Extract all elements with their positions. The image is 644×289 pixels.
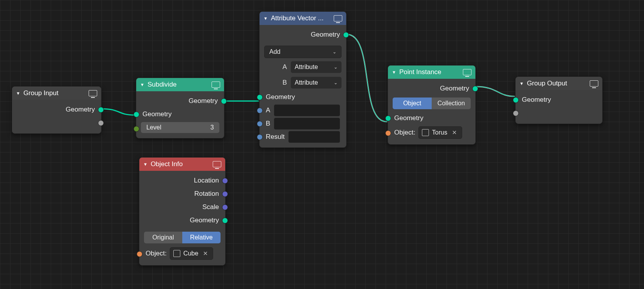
collapse-icon[interactable]: ▼ bbox=[263, 16, 268, 21]
input-socket-geometry[interactable]: Geometry bbox=[388, 112, 475, 125]
result-value-field[interactable] bbox=[288, 131, 340, 143]
chevron-down-icon: ⌄ bbox=[334, 80, 338, 85]
toggle-collection[interactable]: Collection bbox=[432, 98, 471, 109]
collapse-icon[interactable]: ▼ bbox=[519, 81, 524, 86]
node-group-input[interactable]: ▼ Group Input Geometry bbox=[12, 86, 101, 134]
socket-dot[interactable] bbox=[98, 107, 104, 113]
socket-dot[interactable] bbox=[472, 86, 478, 92]
node-header[interactable]: ▼ Object Info bbox=[139, 158, 225, 171]
chevron-down-icon: ⌄ bbox=[333, 49, 336, 55]
space-mode-toggle[interactable]: Original Relative bbox=[144, 232, 221, 243]
toggle-relative[interactable]: Relative bbox=[182, 232, 221, 243]
output-socket-rotation[interactable]: Rotation bbox=[139, 187, 225, 200]
input-socket-geometry[interactable]: Geometry bbox=[136, 108, 224, 121]
node-title: Object Info bbox=[151, 160, 210, 168]
node-point-instance[interactable]: ▼ Point Instance Geometry Object Collect… bbox=[388, 65, 476, 145]
object-icon bbox=[422, 129, 429, 136]
socket-dot[interactable] bbox=[343, 32, 349, 38]
socket-dot[interactable] bbox=[257, 121, 263, 127]
display-icon[interactable] bbox=[463, 69, 471, 75]
field-value: 3 bbox=[210, 124, 214, 131]
object-icon bbox=[173, 250, 180, 257]
node-group-output[interactable]: ▼ Group Output Geometry bbox=[515, 76, 603, 124]
collapse-icon[interactable]: ▼ bbox=[16, 91, 20, 96]
a-mode-dropdown[interactable]: Attribute ⌄ bbox=[291, 61, 342, 73]
object-picker[interactable]: Cube ✕ bbox=[170, 247, 213, 260]
toggle-original[interactable]: Original bbox=[144, 232, 182, 243]
display-icon[interactable] bbox=[590, 80, 598, 87]
display-icon[interactable] bbox=[212, 82, 220, 88]
input-socket-geometry[interactable]: Geometry bbox=[516, 93, 602, 106]
output-socket-geometry[interactable]: Geometry bbox=[139, 214, 225, 227]
input-socket-result[interactable]: Result bbox=[260, 130, 346, 144]
socket-dot[interactable] bbox=[257, 134, 263, 140]
socket-dot[interactable] bbox=[222, 191, 228, 197]
clear-icon[interactable]: ✕ bbox=[201, 250, 210, 257]
level-field[interactable]: Level 3 bbox=[141, 122, 219, 133]
node-header[interactable]: ▼ Point Instance bbox=[388, 66, 475, 79]
socket-dot[interactable] bbox=[257, 94, 263, 100]
output-socket-geometry[interactable]: Geometry bbox=[388, 82, 475, 95]
input-socket-a[interactable]: A bbox=[260, 104, 346, 117]
clear-icon[interactable]: ✕ bbox=[450, 129, 459, 136]
object-picker[interactable]: Torus ✕ bbox=[418, 126, 462, 139]
input-socket-object[interactable]: Object: Torus ✕ bbox=[388, 125, 475, 140]
node-title: Point Instance bbox=[399, 68, 461, 76]
display-icon[interactable] bbox=[213, 161, 221, 167]
socket-dot[interactable] bbox=[98, 120, 104, 126]
input-socket-geometry[interactable]: Geometry bbox=[260, 90, 346, 104]
input-socket-extra[interactable] bbox=[516, 106, 602, 120]
node-object-info[interactable]: ▼ Object Info Location Rotation Scale Ge… bbox=[139, 157, 226, 266]
output-socket-geometry[interactable]: Geometry bbox=[136, 94, 224, 108]
socket-dot[interactable] bbox=[133, 112, 139, 117]
display-icon[interactable] bbox=[334, 15, 342, 21]
b-mode-dropdown[interactable]: Attribute ⌄ bbox=[291, 77, 342, 89]
output-socket-geometry[interactable]: Geometry bbox=[260, 28, 346, 41]
node-title: Attribute Vector ... bbox=[271, 14, 331, 22]
socket-dot[interactable] bbox=[137, 251, 142, 257]
node-title: Group Output bbox=[527, 80, 587, 87]
socket-dot[interactable] bbox=[222, 204, 228, 210]
operation-dropdown[interactable]: Add ⌄ bbox=[264, 46, 342, 58]
node-title: Group Input bbox=[23, 89, 86, 97]
node-attribute-vector[interactable]: ▼ Attribute Vector ... Geometry Add ⌄ A … bbox=[259, 11, 347, 148]
field-label: Level bbox=[146, 124, 161, 131]
b-value-field[interactable] bbox=[274, 118, 340, 129]
collapse-icon[interactable]: ▼ bbox=[392, 70, 396, 74]
node-header[interactable]: ▼ Group Input bbox=[12, 87, 101, 100]
output-socket-scale[interactable]: Scale bbox=[139, 200, 225, 214]
output-socket-extra[interactable] bbox=[12, 116, 101, 129]
collapse-icon[interactable]: ▼ bbox=[140, 82, 144, 87]
socket-dot[interactable] bbox=[385, 130, 391, 136]
socket-dot[interactable] bbox=[385, 115, 391, 121]
socket-dot[interactable] bbox=[133, 126, 139, 132]
socket-dot[interactable] bbox=[222, 178, 228, 184]
node-header[interactable]: ▼ Attribute Vector ... bbox=[260, 12, 346, 25]
socket-dot[interactable] bbox=[257, 108, 263, 113]
input-socket-object[interactable]: Object: Cube ✕ bbox=[139, 246, 225, 261]
node-title: Subdivide bbox=[148, 81, 209, 89]
toggle-object[interactable]: Object bbox=[393, 98, 432, 109]
output-socket-location[interactable]: Location bbox=[139, 174, 225, 187]
node-header[interactable]: ▼ Subdivide bbox=[136, 78, 224, 91]
socket-dot[interactable] bbox=[513, 97, 519, 103]
socket-dot[interactable] bbox=[221, 98, 227, 104]
output-socket-geometry[interactable]: Geometry bbox=[12, 103, 101, 116]
a-value-field[interactable] bbox=[274, 105, 340, 116]
chevron-down-icon: ⌄ bbox=[334, 64, 338, 70]
socket-dot[interactable] bbox=[513, 110, 519, 116]
display-icon[interactable] bbox=[89, 90, 97, 96]
node-subdivide[interactable]: ▼ Subdivide Geometry Geometry Level 3 bbox=[136, 78, 224, 138]
input-socket-b[interactable]: B bbox=[260, 117, 346, 130]
b-label: B bbox=[264, 79, 287, 87]
node-header[interactable]: ▼ Group Output bbox=[516, 77, 602, 90]
instance-mode-toggle[interactable]: Object Collection bbox=[393, 98, 471, 109]
socket-dot[interactable] bbox=[222, 218, 228, 223]
a-label: A bbox=[264, 63, 287, 71]
collapse-icon[interactable]: ▼ bbox=[143, 162, 148, 167]
